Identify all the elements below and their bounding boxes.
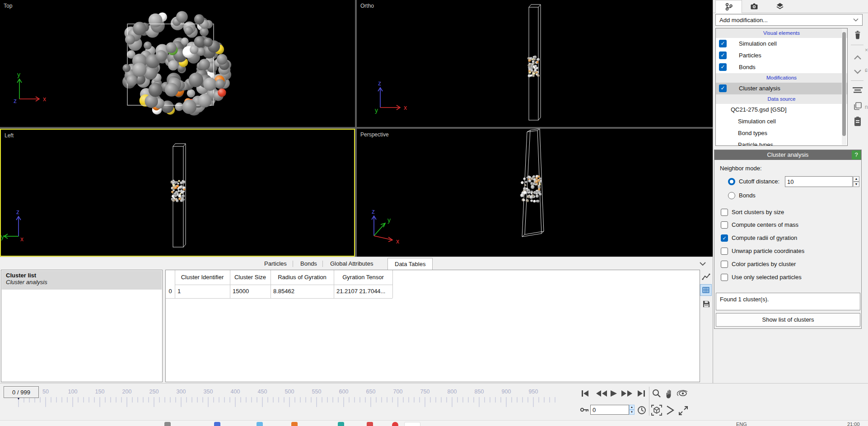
- visibility-checkbox[interactable]: ✓: [719, 63, 727, 71]
- unwrap-coordinates-checkbox[interactable]: [721, 248, 728, 255]
- frame-spin-up[interactable]: ▲: [629, 405, 635, 410]
- column-header[interactable]: Cluster Identifier: [175, 270, 230, 285]
- move-modifier-down-button[interactable]: [851, 65, 864, 79]
- taskbar-app-icon[interactable]: [367, 422, 373, 426]
- divider: [851, 45, 863, 45]
- sort-clusters-label: Sort clusters by size: [732, 209, 784, 215]
- current-frame-display[interactable]: 0 / 999: [4, 386, 39, 398]
- bonds-radio[interactable]: [728, 192, 735, 199]
- skip-to-start-button[interactable]: [581, 389, 590, 399]
- collapse-panel-button[interactable]: [699, 260, 706, 268]
- save-data-button[interactable]: [702, 300, 711, 310]
- pipeline-section-modifications: Modifications: [716, 73, 847, 83]
- skip-to-end-button[interactable]: [637, 389, 646, 399]
- sort-clusters-checkbox[interactable]: [721, 209, 728, 216]
- pipeline-item-cluster-analysis[interactable]: ✓ Cluster analysis: [716, 83, 847, 94]
- table-cell[interactable]: 1: [177, 285, 181, 298]
- divider: [293, 261, 293, 267]
- animation-key-button[interactable]: [580, 406, 590, 416]
- taskbar-app-icon[interactable]: [164, 422, 171, 426]
- visibility-checkbox[interactable]: ✓: [719, 84, 727, 92]
- tab-render[interactable]: [741, 0, 767, 12]
- svg-text:550: 550: [312, 389, 322, 395]
- timeline-ruler[interactable]: 5010015020025030035040045050055060065070…: [0, 384, 583, 411]
- list-item-title: Cluster list: [6, 272, 162, 279]
- key-icon: [580, 406, 590, 414]
- copy-pipeline-button[interactable]: [851, 99, 864, 113]
- help-button[interactable]: ?: [852, 150, 861, 159]
- taskbar-clock[interactable]: 21:00: [847, 421, 860, 426]
- rollout-header[interactable]: Cluster analysis: [714, 150, 861, 160]
- viewport-top[interactable]: Top y x z: [0, 0, 355, 127]
- fast-forward-icon: [621, 389, 633, 398]
- pipeline-item-source-file[interactable]: QC21-275.gsd [GSD]: [716, 104, 847, 116]
- frame-number-input[interactable]: [590, 405, 629, 415]
- selected-particles-checkbox[interactable]: [721, 274, 728, 281]
- table-cell[interactable]: 21.2107 21.7044...: [336, 285, 385, 298]
- spin-up-button[interactable]: ▲: [853, 176, 859, 182]
- pan-mode-button[interactable]: [664, 388, 675, 401]
- svg-text:100: 100: [68, 389, 78, 395]
- color-particles-checkbox[interactable]: [721, 261, 728, 268]
- move-modifier-up-button[interactable]: [851, 51, 864, 64]
- pipeline-item-bonds[interactable]: ✓ Bonds: [716, 61, 847, 73]
- column-header[interactable]: Radius of Gyration: [271, 270, 334, 285]
- centers-of-mass-checkbox[interactable]: [721, 221, 728, 229]
- zoom-mode-button[interactable]: [652, 389, 662, 400]
- tab-data-tables[interactable]: Data Tables: [387, 258, 433, 270]
- show-list-of-clusters-button[interactable]: Show list of clusters: [716, 313, 860, 327]
- svg-text:700: 700: [393, 389, 403, 395]
- taskbar-app-icon[interactable]: [291, 422, 298, 426]
- viewport-perspective[interactable]: Perspective z y x: [357, 129, 713, 257]
- paste-pipeline-button[interactable]: [851, 115, 864, 128]
- svg-text:450: 450: [258, 389, 267, 395]
- taskbar-language[interactable]: ENG: [736, 421, 747, 426]
- tab-overlays[interactable]: [767, 0, 793, 12]
- svg-text:400: 400: [231, 389, 240, 395]
- pipeline-item-ds-simulation-cell[interactable]: Simulation cell: [716, 116, 847, 127]
- render-active-viewport-button[interactable]: [665, 405, 676, 417]
- tab-pipeline[interactable]: [715, 0, 742, 13]
- radii-of-gyration-checkbox[interactable]: ✓: [721, 234, 728, 242]
- list-item-cluster-list[interactable]: Cluster list Cluster analysis: [2, 271, 162, 290]
- viewport-left[interactable]: Left z y x: [0, 129, 355, 257]
- frame-spin-down[interactable]: ▼: [629, 410, 635, 415]
- tab-global-attributes[interactable]: Global Attributes: [323, 258, 380, 269]
- pipeline-item-simulation-cell[interactable]: ✓ Simulation cell: [716, 38, 847, 50]
- zoom-scene-extents-button[interactable]: [651, 404, 663, 418]
- delete-modifier-button[interactable]: [851, 28, 864, 42]
- taskbar-app-icon[interactable]: [257, 422, 263, 426]
- viewport-ortho[interactable]: Ortho z x y: [357, 0, 713, 127]
- previous-frame-button[interactable]: [595, 389, 608, 399]
- table-cell[interactable]: 15000: [233, 285, 249, 298]
- table-cell[interactable]: 8.85462: [273, 285, 294, 298]
- orbit-mode-button[interactable]: [677, 389, 689, 400]
- svg-text:z: z: [16, 208, 19, 215]
- play-button[interactable]: [610, 389, 618, 399]
- cutoff-distance-input[interactable]: [785, 176, 853, 187]
- column-header[interactable]: Gyration Tensor: [334, 270, 392, 285]
- visibility-checkbox[interactable]: ✓: [719, 40, 727, 47]
- show-table-button[interactable]: [700, 284, 712, 296]
- add-modification-dropdown[interactable]: Add modification...: [715, 14, 863, 26]
- pipeline-item-bond-types[interactable]: Bond types: [716, 127, 847, 139]
- maximize-viewport-button[interactable]: [678, 405, 689, 418]
- cutoff-distance-radio[interactable]: [728, 178, 735, 185]
- pipeline-scrollbar[interactable]: [842, 28, 846, 145]
- animation-settings-button[interactable]: [637, 405, 647, 417]
- pipeline-item-particle-types[interactable]: Particle types: [716, 139, 847, 146]
- spin-down-button[interactable]: ▼: [853, 182, 859, 187]
- taskbar-badge-icon[interactable]: [392, 422, 398, 426]
- taskbar-app-icon[interactable]: [214, 422, 220, 426]
- tab-bonds[interactable]: Bonds: [294, 258, 324, 269]
- next-frame-button[interactable]: [621, 389, 633, 399]
- tab-particles[interactable]: Particles: [257, 258, 294, 269]
- toggle-modifier-menu-button[interactable]: [851, 83, 864, 97]
- taskbar-button[interactable]: [404, 422, 420, 426]
- plot-data-button[interactable]: [702, 272, 711, 283]
- visibility-checkbox[interactable]: ✓: [719, 51, 727, 59]
- pipeline-item-particles[interactable]: ✓ Particles: [716, 50, 847, 61]
- taskbar-app-icon[interactable]: [338, 422, 344, 426]
- column-header[interactable]: Cluster Size: [230, 270, 271, 285]
- list-item-subtitle: Cluster analysis: [6, 279, 162, 286]
